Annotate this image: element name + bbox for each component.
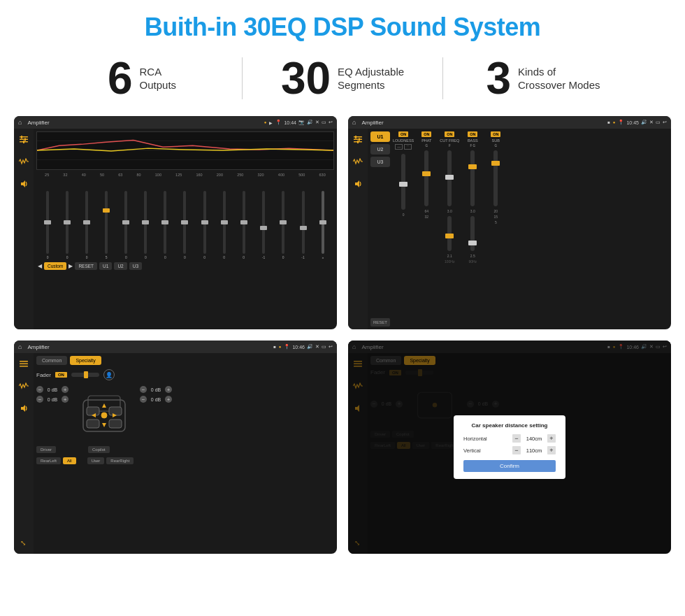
eq-slider-11[interactable]: 0 — [243, 191, 245, 259]
eq-slider-1[interactable]: 0 — [46, 191, 49, 259]
rl-minus-btn[interactable]: − — [36, 396, 43, 403]
rearleft-btn[interactable]: RearLeft — [36, 457, 61, 464]
location-icon: 📍 — [275, 120, 282, 125]
sub-toggle[interactable]: ON — [491, 131, 500, 137]
channel-reset-btn[interactable]: RESET — [370, 318, 390, 327]
svg-point-28 — [101, 413, 107, 418]
loudness-curve-bell[interactable]: ⌒ — [404, 144, 412, 150]
preset-u1-btn[interactable]: U1 — [370, 131, 390, 142]
fader-status-bar: ⌂ Amplifier ■ ● 📍 10:46 🔊 ✕ ▭ ↩ — [14, 341, 337, 353]
eq-slider-3[interactable]: 0 — [85, 191, 88, 259]
horizontal-minus-btn[interactable]: − — [512, 434, 521, 443]
eq-u2-btn[interactable]: U2 — [114, 262, 127, 270]
rr-db-val: 0 dB — [149, 397, 163, 402]
fr-plus-btn[interactable]: + — [165, 386, 172, 393]
loudness-slider[interactable] — [401, 154, 405, 210]
copilot-btn[interactable]: Copilot — [88, 446, 110, 453]
eq-slider-2[interactable]: 0 — [66, 191, 68, 259]
phat-slider[interactable] — [424, 150, 428, 206]
fader-app-title: Amplifier — [27, 344, 271, 350]
svg-rect-10 — [354, 136, 362, 138]
svg-rect-15 — [357, 141, 359, 143]
fader-common-tab[interactable]: Common — [36, 356, 67, 365]
fader-close-icon: ✕ — [315, 344, 319, 350]
loudness-curve-flat[interactable]: — — [395, 144, 403, 150]
fader-specialty-tab[interactable]: Specialty — [70, 356, 101, 365]
eq-slider-4[interactable]: 5 — [105, 191, 108, 259]
speaker-layout: − 0 dB + − 0 dB + — [36, 386, 334, 442]
user-btn[interactable]: User — [87, 457, 105, 464]
driver-btn[interactable]: Driver — [36, 446, 56, 453]
eq-custom-btn[interactable]: Custom — [44, 262, 66, 270]
fader-slider[interactable] — [71, 373, 99, 377]
bass-toggle[interactable]: ON — [468, 131, 477, 137]
channel-dot: ● — [613, 120, 616, 124]
fr-minus-btn[interactable]: − — [140, 386, 147, 393]
volume-icon: 🔊 — [307, 120, 313, 125]
loudness-toggle[interactable]: ON — [398, 131, 408, 137]
svg-rect-26 — [87, 420, 99, 428]
rr-plus-btn[interactable]: + — [165, 396, 172, 403]
fader-wave-icon[interactable] — [17, 380, 30, 392]
fader-arrows-icon[interactable]: ⤡ — [17, 537, 30, 550]
confirm-button[interactable]: Confirm — [463, 460, 556, 472]
rl-plus-btn[interactable]: + — [62, 396, 68, 403]
eq-wave-icon[interactable] — [17, 155, 30, 168]
vertical-plus-btn[interactable]: + — [547, 446, 556, 454]
eq-slider-6[interactable]: 0 — [144, 191, 147, 259]
channel-sub: ON SUB G 20 15 5 — [485, 131, 506, 327]
eq-next-btn[interactable]: ▶ — [68, 263, 73, 269]
cutfreq-slider2[interactable] — [447, 216, 452, 251]
stat-eq: 30 EQ Adjustable Segments — [243, 56, 442, 101]
ch-close-icon: ✕ — [649, 120, 654, 125]
eq-slider-12[interactable]: -1 — [262, 191, 265, 259]
eq-slider-7[interactable]: 0 — [164, 191, 166, 259]
preset-u3-btn[interactable]: U3 — [370, 157, 390, 167]
eq-slider-5[interactable]: 0 — [124, 191, 127, 259]
eq-u3-btn[interactable]: U3 — [129, 262, 142, 270]
all-btn[interactable]: All — [63, 457, 76, 464]
eq-status-bar: ⌂ Amplifier ● ▶ 📍 10:44 📷 🔊 ✕ ▭ ↩ — [14, 116, 337, 129]
vertical-minus-btn[interactable]: − — [512, 446, 521, 454]
svg-rect-18 — [20, 364, 28, 365]
bass-slider1[interactable] — [470, 150, 475, 206]
eq-prev-btn[interactable]: ◀ — [38, 263, 42, 269]
stat-rca-label1: RCA — [140, 65, 177, 79]
fl-plus-btn[interactable]: + — [62, 386, 68, 393]
fader-min-icon: ▭ — [322, 344, 326, 350]
eq-slider-8[interactable]: 0 — [183, 191, 186, 259]
ch-filter-icon[interactable] — [352, 133, 364, 145]
fl-minus-btn[interactable]: − — [36, 386, 43, 393]
stat-crossover: 3 Kinds of Crossover Modes — [443, 56, 643, 101]
eq-speaker-icon[interactable] — [17, 178, 30, 190]
home-icon[interactable]: ⌂ — [18, 119, 22, 126]
eq-filter-icon[interactable] — [17, 133, 30, 145]
bass-slider2[interactable] — [470, 216, 475, 251]
eq-slider-14[interactable]: -1 — [301, 191, 304, 259]
profile-icon[interactable]: 👤 — [103, 369, 115, 380]
page-title: Buith-in 30EQ DSP Sound System — [0, 0, 685, 49]
eq-content: 2532 4050 6380 100125 160200 250320 4005… — [14, 129, 337, 329]
fader-speaker-icon[interactable] — [17, 402, 30, 415]
rearright-btn[interactable]: RearRight — [106, 457, 134, 464]
eq-slider-9[interactable]: 0 — [203, 191, 206, 259]
rr-minus-btn[interactable]: − — [140, 396, 147, 403]
eq-status-icons: 📍 10:44 📷 🔊 ✕ ▭ ↩ — [275, 120, 333, 125]
ch-speaker-icon[interactable] — [352, 178, 364, 190]
eq-slider-15[interactable]: » — [322, 191, 324, 259]
cutfreq-toggle[interactable]: ON — [445, 131, 454, 137]
sub-slider[interactable] — [493, 150, 498, 206]
horizontal-row: Horizontal − 140cm + — [463, 434, 556, 443]
eq-reset-btn[interactable]: RESET — [75, 262, 97, 270]
fader-home-icon[interactable]: ⌂ — [18, 343, 22, 350]
phat-toggle[interactable]: ON — [421, 131, 431, 137]
horizontal-plus-btn[interactable]: + — [547, 434, 556, 443]
eq-slider-13[interactable]: 0 — [282, 191, 284, 259]
fader-filter-icon[interactable] — [17, 357, 30, 370]
cutfreq-slider[interactable] — [447, 150, 452, 206]
eq-u1-btn[interactable]: U1 — [99, 262, 112, 270]
ch-wave-icon[interactable] — [352, 155, 364, 168]
eq-slider-10[interactable]: 0 — [223, 191, 226, 259]
channel-home-icon[interactable]: ⌂ — [352, 119, 356, 126]
preset-u2-btn[interactable]: U2 — [370, 144, 390, 155]
